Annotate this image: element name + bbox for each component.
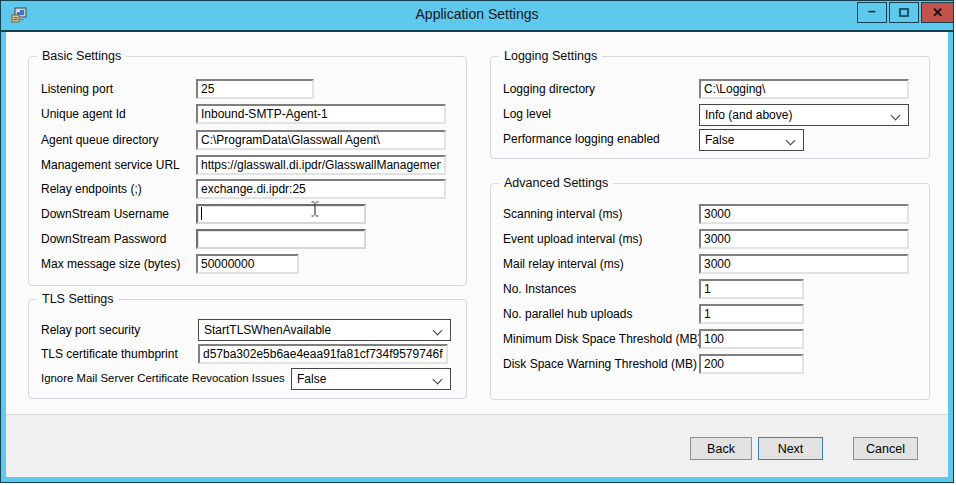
no-instances-label: No. Instances: [503, 282, 576, 296]
performance-logging-value: False: [705, 133, 734, 147]
maximize-button[interactable]: [889, 2, 919, 23]
close-button[interactable]: ✕: [921, 2, 954, 23]
mail-relay-interval-label: Mail relay interval (ms): [503, 257, 624, 271]
log-level-select[interactable]: Info (and above): [699, 104, 909, 126]
disk-warning-threshold-label: Disk Space Warning Threshold (MB): [503, 357, 697, 371]
event-upload-interval-label: Event upload interval (ms): [503, 232, 642, 246]
unique-agent-id-label: Unique agent Id: [41, 107, 126, 121]
tls-thumbprint-label: TLS certificate thumbprint: [41, 347, 178, 361]
downstream-username-input[interactable]: [196, 204, 366, 224]
relay-endpoints-input[interactable]: [196, 179, 446, 199]
agent-queue-directory-input[interactable]: [196, 130, 446, 150]
relay-port-security-select[interactable]: StartTLSWhenAvailable: [198, 319, 451, 341]
relay-endpoints-label: Relay endpoints (;): [41, 182, 142, 196]
relay-port-security-value: StartTLSWhenAvailable: [204, 323, 331, 337]
max-message-size-input[interactable]: [196, 254, 299, 274]
tls-thumbprint-input[interactable]: [198, 344, 448, 364]
minimize-button[interactable]: –: [857, 2, 887, 23]
logging-directory-input[interactable]: [699, 79, 909, 99]
min-disk-threshold-input[interactable]: [699, 329, 804, 349]
titlebar[interactable]: Application Settings – ✕: [1, 1, 953, 30]
downstream-password-label: DownStream Password: [41, 232, 166, 246]
close-icon: ✕: [932, 6, 943, 19]
event-upload-interval-input[interactable]: [699, 229, 909, 249]
window-title: Application Settings: [121, 6, 833, 22]
logging-directory-label: Logging directory: [503, 82, 595, 96]
back-button[interactable]: Back: [690, 437, 752, 460]
client-area: Basic Settings Listening port Unique age…: [1, 30, 953, 482]
performance-logging-label: Performance logging enabled: [503, 132, 660, 146]
mail-relay-interval-input[interactable]: [699, 254, 909, 274]
listening-port-input[interactable]: [196, 79, 314, 99]
minimize-icon: –: [868, 6, 876, 16]
group-tls-settings: TLS Settings Relay port security StartTL…: [28, 299, 467, 399]
disk-warning-threshold-input[interactable]: [699, 354, 804, 374]
relay-port-security-label: Relay port security: [41, 323, 140, 337]
group-basic-settings: Basic Settings Listening port Unique age…: [28, 56, 467, 286]
log-level-value: Info (and above): [705, 108, 792, 122]
log-level-label: Log level: [503, 107, 551, 121]
dialog-panel: Basic Settings Listening port Unique age…: [6, 32, 948, 477]
text-caret: [201, 207, 202, 220]
group-title-logging: Logging Settings: [499, 49, 602, 63]
next-button[interactable]: Next: [758, 437, 823, 460]
group-title-basic: Basic Settings: [37, 49, 126, 63]
max-message-size-label: Max message size (bytes): [41, 257, 180, 271]
min-disk-threshold-label: Minimum Disk Space Threshold (MB): [503, 332, 702, 346]
scanning-interval-input[interactable]: [699, 204, 909, 224]
group-title-tls: TLS Settings: [37, 292, 119, 306]
ignore-revocation-select[interactable]: False: [291, 368, 451, 390]
management-service-url-input[interactable]: [196, 155, 446, 175]
management-service-url-label: Management service URL: [41, 158, 180, 172]
maximize-icon: [899, 8, 909, 17]
agent-queue-directory-label: Agent queue directory: [41, 133, 158, 147]
parallel-hub-uploads-label: No. parallel hub uploads: [503, 307, 632, 321]
performance-logging-select[interactable]: False: [699, 129, 804, 151]
ibeam-cursor: [310, 201, 320, 217]
ignore-revocation-value: False: [297, 372, 326, 386]
no-instances-input[interactable]: [699, 279, 804, 299]
downstream-username-label: DownStream Username: [41, 207, 169, 221]
ignore-revocation-label: Ignore Mail Server Certificate Revocatio…: [41, 372, 285, 384]
cancel-button[interactable]: Cancel: [853, 437, 918, 460]
listening-port-label: Listening port: [41, 82, 113, 96]
group-logging-settings: Logging Settings Logging directory Log l…: [490, 56, 930, 159]
parallel-hub-uploads-input[interactable]: [699, 304, 804, 324]
downstream-password-input[interactable]: [196, 229, 366, 249]
application-settings-window: Application Settings – ✕ Basic Settings …: [0, 0, 954, 483]
scanning-interval-label: Scanning interval (ms): [503, 207, 622, 221]
group-advanced-settings: Advanced Settings Scanning interval (ms)…: [490, 183, 930, 400]
group-title-advanced: Advanced Settings: [499, 176, 613, 190]
unique-agent-id-input[interactable]: [196, 104, 446, 124]
installer-app-icon: [11, 7, 27, 23]
